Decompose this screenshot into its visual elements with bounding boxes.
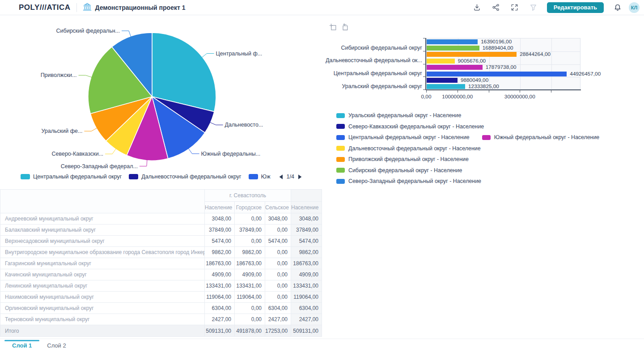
value-cell: 9862,00	[291, 247, 322, 258]
bar-legend-item[interactable]: Северо-Кавказский федеральный округ - На…	[336, 123, 484, 130]
bar-value-label: 17879738,00	[486, 65, 517, 70]
x-axis-tick	[520, 90, 520, 93]
bell-icon[interactable]	[614, 4, 622, 12]
table-row: Гагаринский муниципальный округ186763,00…	[0, 258, 322, 269]
bar[interactable]	[427, 59, 455, 64]
legend-label: Центральный федеральный округ - Населени…	[348, 134, 470, 140]
bar-value-label: 12333825,00	[468, 84, 499, 89]
pie-label-leader	[188, 148, 199, 153]
bar[interactable]	[427, 46, 479, 51]
legend-swatch	[482, 135, 491, 140]
bar-widget: 16390196,0016889404,00Сибирский федераль…	[326, 18, 644, 210]
bar-legend-row: Дальневосточный федеральный округ - Насе…	[336, 145, 599, 152]
active-tab-indicator	[4, 340, 39, 341]
table-row: Андреевский муниципальный округ3048,000,…	[0, 213, 322, 225]
tab-layer-2[interactable]: Слой 2	[39, 342, 73, 349]
table-total-row: Итого509131,00491878,0017253,00509131,00	[0, 325, 322, 337]
pie-slice-label: Южный федеральны...	[201, 151, 261, 157]
row-name-cell: Орлиновский муниципальный округ	[0, 303, 205, 314]
bar[interactable]	[427, 78, 458, 83]
value-cell: 2427,00	[265, 314, 291, 325]
bar-legend-item[interactable]: Южный федеральный округ - Население	[482, 134, 600, 140]
pie-legend: Центральный федеральный округДальневосто…	[0, 174, 323, 180]
edit-button[interactable]: Редактировать	[547, 2, 604, 13]
row-name-cell: Качинский муниципальный округ	[0, 269, 205, 280]
value-cell: 119064,00	[235, 292, 265, 303]
value-cell: 6304,00	[265, 303, 291, 314]
value-cell: 5474,00	[205, 236, 235, 247]
divider	[76, 3, 77, 12]
pie-legend-item[interactable]: Юж	[249, 174, 271, 180]
total-value-cell: 509131,00	[291, 325, 322, 337]
pie-slice-label: Северо-Западный федерал...	[61, 163, 138, 170]
bar-legend-item[interactable]: Дальневосточный федеральный округ - Насе…	[336, 145, 481, 152]
pie-legend-item[interactable]: Дальневосточный федеральный округ	[129, 174, 241, 180]
bar-value-label: 9880049,00	[461, 78, 488, 83]
pie-label-leader	[105, 148, 116, 154]
legend-swatch	[336, 124, 345, 129]
legend-swatch	[336, 157, 345, 162]
legend-swatch	[336, 135, 345, 140]
value-cell: 119064,00	[291, 292, 322, 303]
bar[interactable]	[427, 39, 478, 44]
value-cell: 3048,00	[291, 213, 322, 225]
value-cell: 3048,00	[265, 213, 291, 225]
bar-category-label: Сибирский федеральный округ	[326, 45, 422, 51]
table-row: Нахимовский муниципальный округ119064,00…	[0, 292, 322, 303]
fullscreen-icon[interactable]	[511, 4, 518, 11]
zoom-select-icon[interactable]	[329, 23, 337, 33]
avatar[interactable]: КЛ	[629, 2, 640, 13]
x-axis-tick	[458, 90, 458, 93]
value-cell: 4909,00	[205, 269, 235, 280]
bar-legend-item[interactable]: Центральный федеральный округ - Населени…	[336, 134, 470, 140]
bar[interactable]	[427, 84, 465, 89]
bar-value-label: 9005676,00	[458, 59, 486, 64]
share-icon[interactable]	[492, 4, 500, 11]
value-cell: 6304,00	[291, 303, 322, 314]
tab-layer-1[interactable]: Слой 1	[4, 342, 39, 349]
value-cell: 9862,00	[235, 247, 265, 258]
bar[interactable]	[427, 65, 483, 70]
legend-swatch	[336, 146, 345, 151]
value-cell: 133431,00	[205, 280, 235, 292]
legend-swatch	[336, 113, 345, 118]
value-cell: 5474,00	[265, 236, 291, 247]
download-icon[interactable]	[473, 4, 481, 11]
value-cell: 0,00	[265, 258, 291, 269]
bar-legend-item[interactable]: Сибирский федеральный округ - Население	[336, 167, 462, 174]
table-row: Внутригородское муниципальное образовани…	[0, 247, 322, 258]
legend-swatch	[249, 174, 258, 179]
value-cell: 0,00	[265, 269, 291, 280]
polymatica-dashboard: POLY///ATICA Демонстрационный проект 1	[0, 0, 644, 352]
pie-label-leader	[210, 122, 223, 125]
value-cell: 6304,00	[205, 303, 235, 314]
project-header: Демонстрационный проект 1	[83, 3, 186, 13]
value-cell: 37849,00	[235, 225, 265, 236]
legend-label: Юж	[261, 174, 271, 180]
legend-swatch	[21, 174, 30, 179]
pie-slice-label: Сибирский федеральн...	[56, 28, 120, 34]
row-name-cell: Ленинский муниципальный округ	[0, 280, 205, 292]
row-name-cell: Гагаринский муниципальный округ	[0, 258, 205, 269]
gridline	[551, 38, 552, 89]
widget-toolbar	[329, 23, 349, 33]
legend-label: Сибирский федеральный округ - Население	[348, 167, 462, 174]
bar-legend-item[interactable]: Северо-Западный федеральный округ - Насе…	[336, 178, 481, 184]
bar-legend-item[interactable]: Уральский федеральный округ - Население	[336, 112, 461, 119]
legend-prev-icon[interactable]	[279, 174, 284, 180]
bar-legend-item[interactable]: Приволжский федеральный округ - Населени…	[336, 156, 469, 162]
row-name-cell: Балаклавский муниципальный округ	[0, 225, 205, 236]
filter-icon[interactable]	[530, 4, 537, 11]
pivot-table: г. СевастопольНаселениеГородскоеСельское…	[0, 189, 322, 337]
pie-slice-label: Уральский фе...	[41, 128, 82, 134]
zoom-reset-icon[interactable]	[341, 23, 349, 33]
table-column-header: Население	[291, 202, 322, 213]
bar-legend-row: Северо-Кавказский федеральный округ - На…	[336, 123, 599, 130]
legend-label: Южный федеральный округ - Население	[494, 134, 600, 140]
bar[interactable]	[427, 72, 567, 76]
bar[interactable]	[427, 52, 517, 57]
value-cell: 133431,00	[235, 280, 265, 292]
bar-category-label: Центральный федеральный округ	[326, 70, 422, 76]
legend-next-icon[interactable]	[297, 174, 302, 180]
pie-legend-item[interactable]: Центральный федеральный округ	[21, 174, 122, 180]
